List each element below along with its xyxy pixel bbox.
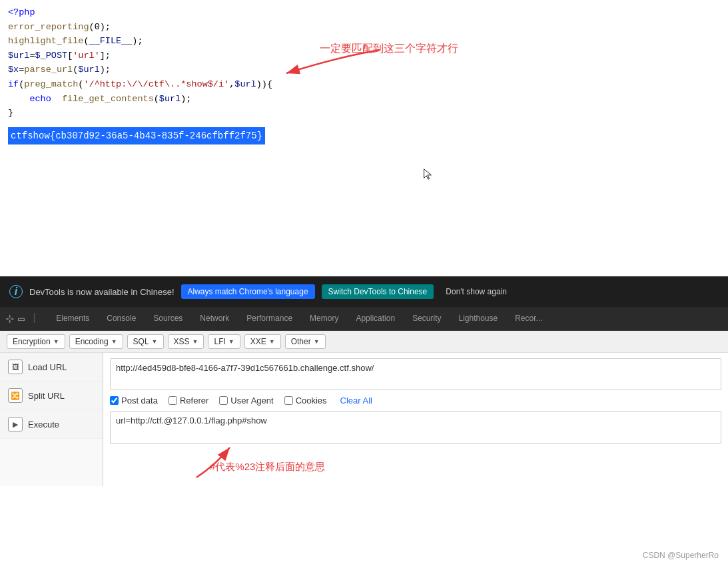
tab-console[interactable]: Console — [99, 310, 144, 328]
device-icon[interactable]: ▭ — [18, 312, 25, 326]
devtools-tabs: ⊹ ▭ | Elements Console Sources Network P… — [0, 307, 728, 331]
checkboxes-row: Post data Referer User Agent Cookies Cle… — [110, 396, 721, 406]
devtools-bar-text: DevTools is now available in Chinese! — [29, 287, 175, 297]
code-area: <?php error_reporting(0); highlight_file… — [0, 0, 728, 276]
always-match-button[interactable]: Always match Chrome's language — [181, 284, 315, 299]
annotation-bottom: #代表%23注释后面的意思 — [210, 461, 325, 473]
encoding-arrow: ▼ — [111, 338, 117, 345]
cookies-checkbox-label[interactable]: Cookies — [284, 396, 327, 406]
sql-btn[interactable]: SQL ▼ — [127, 334, 164, 349]
sql-label: SQL — [133, 337, 149, 346]
encoding-btn[interactable]: Encoding ▼ — [69, 334, 123, 349]
dont-show-button[interactable]: Don't show again — [440, 284, 512, 299]
encryption-label: Encryption — [13, 337, 51, 346]
referer-label: Referer — [180, 396, 208, 406]
xxe-label: XXE — [250, 337, 266, 346]
post-data-section: url=http://ctf.@127.0.0.1/flag.php#show … — [110, 411, 721, 481]
tab-recorder[interactable]: Recor... — [507, 310, 550, 328]
user-agent-checkbox[interactable] — [219, 396, 228, 405]
tab-application[interactable]: Application — [348, 310, 403, 328]
load-url-icon: 🖼 — [8, 360, 23, 374]
cursor-icon[interactable]: ⊹ — [5, 312, 14, 326]
cookies-label: Cookies — [296, 396, 327, 406]
red-arrow-1 — [253, 43, 386, 83]
load-url-button[interactable]: 🖼 Load URL — [0, 353, 103, 382]
tab-network[interactable]: Network — [192, 310, 237, 328]
referer-checkbox[interactable] — [169, 396, 177, 405]
referer-checkbox-label[interactable]: Referer — [169, 396, 208, 406]
csdn-watermark: CSDN @SuperherRo — [643, 551, 719, 560]
encoding-label: Encoding — [75, 337, 109, 346]
tab-memory[interactable]: Memory — [302, 310, 346, 328]
lfi-arrow: ▼ — [228, 338, 234, 345]
cookies-checkbox[interactable] — [284, 396, 293, 405]
hackbar-toolbar: Encryption ▼ Encoding ▼ SQL ▼ XSS ▼ LFI … — [0, 331, 728, 353]
load-url-label: Load URL — [28, 362, 67, 372]
lfi-btn[interactable]: LFI ▼ — [208, 334, 240, 349]
clear-all-link[interactable]: Clear All — [340, 396, 372, 406]
tab-elements[interactable]: Elements — [48, 310, 97, 328]
execute-button[interactable]: ▶ Execute — [0, 410, 103, 439]
hackbar-sidebar: 🖼 Load URL 🔀 Split URL ▶ Execute — [0, 353, 103, 486]
hackbar-main: 🖼 Load URL 🔀 Split URL ▶ Execute http://… — [0, 353, 728, 486]
lfi-label: LFI — [214, 337, 225, 346]
other-label: Other — [291, 337, 311, 346]
flag-text: ctfshow{cb307d92-36a5-4b43-835f-246cfbff… — [8, 127, 265, 144]
code-line-2: error_reporting(0); — [8, 20, 720, 35]
post-data-checkbox[interactable] — [110, 396, 119, 405]
split-url-icon: 🔀 — [8, 388, 23, 403]
tab-lighthouse[interactable]: Lighthouse — [450, 310, 506, 328]
encryption-btn[interactable]: Encryption ▼ — [7, 334, 65, 349]
split-url-button[interactable]: 🔀 Split URL — [0, 382, 103, 410]
xss-btn[interactable]: XSS ▼ — [168, 334, 204, 349]
switch-devtools-button[interactable]: Switch DevTools to Chinese — [322, 284, 434, 299]
devtools-icons: ⊹ ▭ | — [5, 312, 40, 326]
info-icon: i — [9, 285, 23, 298]
post-data-input[interactable]: url=http://ctf.@127.0.0.1/flag.php#show — [110, 411, 721, 444]
hackbar-content: http://4ed459d8-bfe8-4166-a7f7-39d1c5676… — [103, 353, 728, 486]
xss-arrow: ▼ — [192, 338, 198, 345]
devtools-bar: i DevTools is now available in Chinese! … — [0, 276, 728, 307]
other-btn[interactable]: Other ▼ — [285, 334, 326, 349]
code-line-8: } — [8, 106, 720, 121]
user-agent-checkbox-label[interactable]: User Agent — [219, 396, 273, 406]
url-input[interactable]: http://4ed459d8-bfe8-4166-a7f7-39d1c5676… — [110, 358, 721, 390]
tab-security[interactable]: Security — [404, 310, 449, 328]
code-line-1: <?php — [8, 5, 720, 20]
split-url-label: Split URL — [28, 391, 65, 401]
sql-arrow: ▼ — [152, 338, 158, 345]
execute-label: Execute — [28, 420, 59, 429]
code-line-7: echo file_get_contents($url); — [8, 92, 720, 107]
xxe-btn[interactable]: XXE ▼ — [244, 334, 281, 349]
post-data-checkbox-label[interactable]: Post data — [110, 396, 158, 406]
post-data-label: Post data — [121, 396, 158, 406]
other-arrow: ▼ — [314, 338, 320, 345]
tab-performance[interactable]: Performance — [238, 310, 300, 328]
tab-sources[interactable]: Sources — [145, 310, 190, 328]
xxe-arrow: ▼ — [269, 338, 275, 345]
execute-icon: ▶ — [8, 417, 23, 431]
encryption-arrow: ▼ — [53, 338, 59, 345]
user-agent-label: User Agent — [230, 396, 273, 406]
xss-label: XSS — [174, 337, 190, 346]
